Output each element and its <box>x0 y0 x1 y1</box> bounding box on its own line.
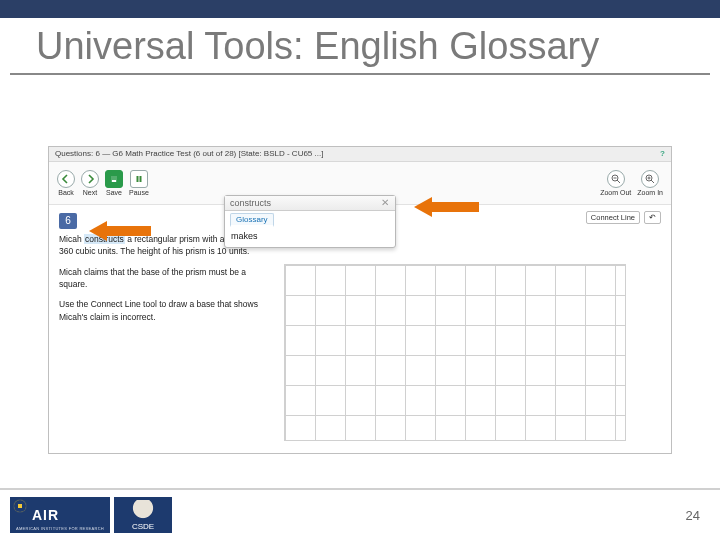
drawing-grid[interactable] <box>284 264 626 441</box>
glossary-popup-title: constructs <box>230 198 271 208</box>
question-number: 6 <box>59 213 77 229</box>
glossary-popup-header[interactable]: constructs ✕ <box>225 196 395 211</box>
save-button[interactable]: Save <box>105 170 123 196</box>
help-icon[interactable]: ? <box>660 147 665 161</box>
logo-air-sub: AMERICAN INSTITUTES FOR RESEARCH <box>16 526 106 531</box>
glossary-popup-tabrow: Glossary <box>225 211 395 227</box>
save-label: Save <box>106 189 122 196</box>
undo-tool[interactable]: ↶ <box>644 211 661 224</box>
pause-button[interactable]: Pause <box>129 170 149 196</box>
slide-footer: AIR AMERICAN INSTITUTES FOR RESEARCH CSD… <box>0 488 720 540</box>
zoom-out-button[interactable]: Zoom Out <box>600 170 631 196</box>
close-icon[interactable]: ✕ <box>380 198 390 208</box>
title-area: Universal Tools: English Glossary <box>10 18 710 75</box>
app-breadcrumb-bar: Questions: 6 — G6 Math Practice Test (6 … <box>49 147 671 162</box>
breadcrumb-text: Questions: 6 — G6 Math Practice Test (6 … <box>55 147 323 161</box>
next-label: Next <box>83 189 97 196</box>
starburst-icon <box>14 500 26 512</box>
question-paragraph-3: Use the Connect Line tool to draw a base… <box>59 298 264 323</box>
arrow-head-icon <box>89 221 107 241</box>
slide-title: Universal Tools: English Glossary <box>36 24 684 69</box>
svg-line-8 <box>651 180 654 183</box>
next-button[interactable]: Next <box>81 170 99 196</box>
slide-top-bar <box>0 0 720 18</box>
logo-air-text: AIR <box>32 507 59 523</box>
glossary-popup: constructs ✕ Glossary makes <box>224 195 396 248</box>
connect-line-tool[interactable]: Connect Line <box>586 211 640 224</box>
pause-label: Pause <box>129 189 149 196</box>
question-paragraph-2: Micah claims that the base of the prism … <box>59 266 264 291</box>
arrow-head-icon <box>414 197 432 217</box>
logo-csde-text: CSDE <box>132 522 154 531</box>
app-screenshot: Questions: 6 — G6 Math Practice Test (6 … <box>48 146 672 454</box>
page-number: 24 <box>686 508 710 523</box>
zoom-in-button[interactable]: Zoom In <box>637 170 663 196</box>
glossary-tab[interactable]: Glossary <box>230 213 274 227</box>
zoom-in-label: Zoom In <box>637 189 663 196</box>
svg-rect-2 <box>136 176 138 182</box>
svg-line-5 <box>617 180 620 183</box>
logo-air: AIR AMERICAN INSTITUTES FOR RESEARCH <box>10 497 110 533</box>
glossary-definition: makes <box>225 227 395 247</box>
back-label: Back <box>58 189 74 196</box>
svg-rect-3 <box>139 176 141 182</box>
svg-rect-1 <box>112 180 116 182</box>
zoom-out-label: Zoom Out <box>600 189 631 196</box>
logo-csde: CSDE <box>114 497 172 533</box>
back-button[interactable]: Back <box>57 170 75 196</box>
tree-icon <box>128 500 158 520</box>
